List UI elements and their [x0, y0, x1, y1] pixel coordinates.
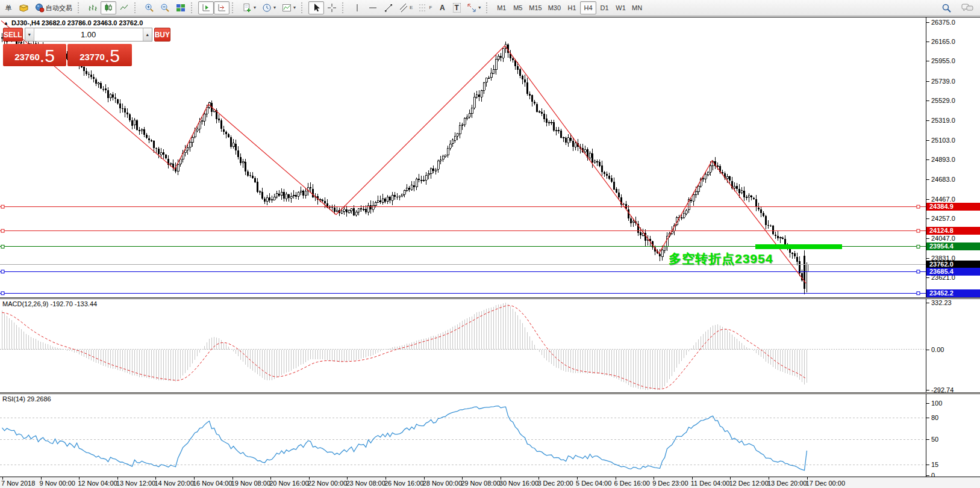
chart-shift-button[interactable] — [214, 1, 229, 14]
arrows-tool[interactable]: ▾ — [464, 1, 484, 14]
price-tick — [926, 238, 929, 239]
sell-button[interactable]: SELL — [3, 28, 23, 42]
time-label: 16 Nov 04:00 — [193, 480, 232, 487]
buy-price-button[interactable]: 23770 .5 — [67, 44, 132, 66]
text-label-tool[interactable]: T — [449, 1, 464, 14]
macd-canvas[interactable] — [0, 299, 926, 392]
bar-chart-mode-button[interactable] — [85, 1, 101, 14]
price-level-tag: 23954.4 — [926, 242, 980, 250]
trendline-tool[interactable] — [381, 1, 396, 14]
one-click-trade-panel: SELL ▼ ▲ BUY 23760 .5 23770 .5 — [3, 28, 132, 66]
timeframe-m15[interactable]: M15 — [526, 1, 545, 14]
price-tick-label: 25319.0 — [931, 117, 955, 124]
autotrading-button[interactable]: 自动交易 — [32, 1, 75, 14]
timeframe-m1[interactable]: M1 — [493, 1, 510, 14]
text-tool[interactable]: A — [435, 1, 449, 14]
price-tick — [926, 140, 929, 141]
price-tick — [926, 179, 929, 180]
candlestick-icon — [104, 3, 113, 13]
chevron-down-icon: ▾ — [293, 5, 296, 10]
timeframe-m30[interactable]: M30 — [545, 1, 564, 14]
time-label: 9 Nov 00:00 — [40, 480, 75, 487]
price-tick-label: 24893.0 — [931, 156, 955, 163]
time-axis[interactable]: 7 Nov 20189 Nov 00:0012 Nov 04:0013 Nov … — [0, 477, 980, 488]
volume-increase-button[interactable]: ▲ — [143, 28, 152, 41]
time-label: 20 Nov 16:00 — [269, 480, 308, 487]
history-book-icon[interactable] — [16, 1, 32, 14]
channel-tool[interactable]: E — [396, 1, 416, 14]
crosshair-button[interactable] — [324, 1, 340, 14]
sell-price-button[interactable]: 23760 .5 — [3, 44, 66, 66]
time-label: 28 Nov 00:00 — [423, 480, 462, 487]
horizontal-line-icon — [368, 3, 378, 13]
chat-button[interactable] — [958, 1, 976, 14]
toolbar-grip — [232, 2, 237, 13]
price-tick-label: 26375.0 — [931, 19, 955, 26]
price-tick — [926, 81, 929, 82]
timeframe-h1[interactable]: H1 — [564, 1, 580, 14]
autotrading-icon — [35, 3, 45, 13]
indicators-button[interactable]: ▾ — [279, 1, 299, 14]
new-order-button[interactable]: 单 — [1, 1, 16, 14]
zoom-out-button[interactable] — [157, 1, 173, 14]
price-tick-label: 25529.0 — [931, 97, 955, 104]
price-level-tag: 23685.4 — [926, 268, 980, 276]
time-label: 12 Dec 12:00 — [729, 480, 768, 487]
pivot-highlight-bar[interactable] — [755, 244, 842, 249]
pivot-annotation-text[interactable]: 多空转折点23954 — [669, 250, 773, 267]
rsi-axis[interactable]: 1008050150 — [926, 394, 980, 477]
chart-title-text: DJ30-,H4 23682.0 23786.0 23463.0 23762.0 — [11, 19, 143, 26]
price-tick — [926, 199, 929, 200]
chevron-down-icon: ▾ — [273, 5, 276, 10]
price-axis[interactable]: 26375.026165.025955.025739.025529.025319… — [926, 17, 980, 297]
price-tick-label: 25103.0 — [931, 137, 955, 144]
price-tick — [926, 277, 929, 278]
price-tick — [926, 42, 929, 42]
timeframe-w1[interactable]: W1 — [613, 1, 629, 14]
timeframe-d1[interactable]: D1 — [596, 1, 613, 14]
toolbar-grip — [486, 2, 491, 13]
time-label: 13 Nov 12:00 — [116, 480, 155, 487]
vertical-line-tool[interactable] — [349, 1, 365, 14]
auto-scroll-button[interactable] — [198, 1, 214, 14]
time-label: 13 Dec 20:00 — [767, 480, 807, 487]
tile-windows-button[interactable] — [173, 1, 189, 14]
toolbar-right — [938, 1, 976, 14]
main-chart-canvas[interactable] — [0, 17, 926, 298]
volume-decrease-button[interactable]: ▼ — [25, 28, 34, 41]
price-tick-label: 24683.0 — [931, 176, 955, 183]
template-icon — [242, 3, 252, 13]
rsi-tick — [926, 439, 929, 440]
timeframe-h4[interactable]: H4 — [580, 1, 596, 14]
horizontal-line-tool[interactable] — [365, 1, 381, 14]
buy-price-main: 23770 — [80, 52, 105, 62]
sell-price-frac: .5 — [40, 47, 55, 65]
toolbar-grip — [191, 2, 196, 13]
collapse-triangle-icon[interactable]: ▲ — [4, 20, 8, 26]
price-tick-label: 25739.0 — [931, 78, 955, 85]
buy-button[interactable]: BUY — [154, 28, 170, 42]
line-chart-icon — [119, 3, 129, 13]
candlestick-mode-button[interactable] — [101, 1, 116, 14]
volume-input[interactable] — [34, 28, 143, 41]
macd-axis[interactable]: 332.230.00-292.74 — [926, 299, 980, 392]
cursor-button[interactable] — [308, 1, 324, 14]
timeframe-m5[interactable]: M5 — [510, 1, 526, 14]
templates-button[interactable]: ▾ — [239, 1, 259, 14]
toolbar: 单 自动交易 — [0, 0, 980, 16]
time-label: 5 Dec 04:00 — [576, 480, 611, 487]
zoom-in-button[interactable] — [142, 1, 157, 14]
rsi-canvas[interactable] — [0, 394, 926, 477]
fibonacci-tool[interactable]: F — [416, 1, 435, 14]
periods-button[interactable]: ▾ — [259, 1, 279, 14]
timeframe-mn[interactable]: MN — [629, 1, 645, 14]
price-level-tag: 24384.9 — [926, 203, 980, 211]
macd-signal-line — [2, 306, 807, 389]
rsi-tick-label: 15 — [931, 461, 938, 468]
search-button[interactable] — [938, 1, 955, 14]
rsi-tick — [926, 403, 929, 404]
macd-tick-label: 332.23 — [931, 299, 952, 306]
line-chart-mode-button[interactable] — [116, 1, 132, 14]
main-chart-panel: 26375.026165.025955.025739.025529.025319… — [0, 17, 980, 297]
rsi-panel: 1008050150 RSI(14) 29.2686 — [0, 394, 980, 477]
